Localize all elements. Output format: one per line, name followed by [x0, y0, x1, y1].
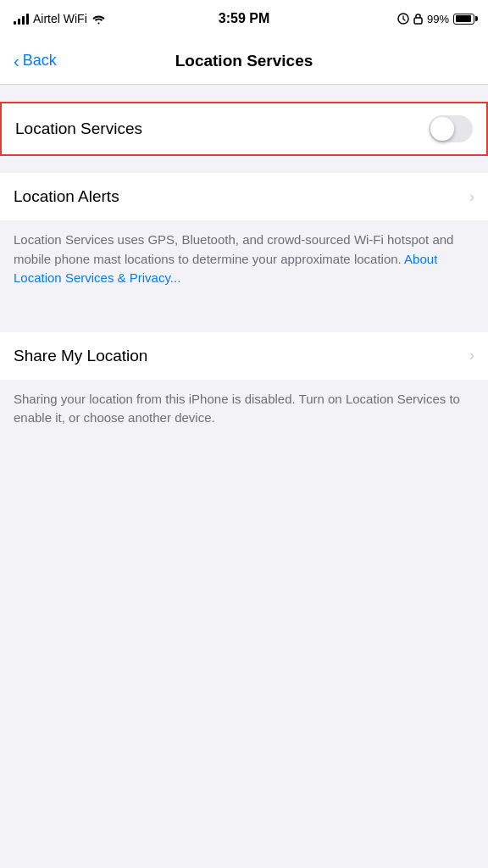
content: Location Services Location Alerts › Loca…	[0, 85, 488, 442]
battery-percent: 99%	[427, 13, 449, 25]
status-left: Airtel WiFi	[14, 12, 106, 25]
location-description-block: Location Services uses GPS, Bluetooth, a…	[0, 220, 488, 302]
location-alerts-chevron-icon: ›	[469, 188, 474, 206]
location-services-section: Location Services	[0, 102, 488, 156]
share-my-location-label: Share My Location	[14, 347, 147, 365]
wifi-icon	[92, 14, 106, 25]
status-right: 99%	[397, 13, 474, 25]
lock-icon	[413, 13, 423, 25]
clock-icon	[397, 13, 409, 25]
carrier-label: Airtel WiFi	[33, 12, 87, 25]
location-services-label: Location Services	[15, 120, 142, 138]
signal-bars	[14, 13, 29, 25]
toggle-knob	[430, 117, 454, 141]
location-description-text: Location Services uses GPS, Bluetooth, a…	[14, 232, 453, 266]
status-bar: Airtel WiFi 3:59 PM 99%	[0, 0, 488, 37]
section-separator-1	[0, 302, 488, 332]
share-description-block: Sharing your location from this iPhone i…	[0, 380, 488, 442]
back-chevron-icon: ‹	[14, 53, 19, 70]
location-services-row: Location Services	[2, 103, 486, 154]
location-alerts-row[interactable]: Location Alerts ›	[0, 173, 488, 220]
svg-rect-1	[414, 18, 422, 24]
share-location-section: Share My Location ›	[0, 332, 488, 380]
status-time: 3:59 PM	[219, 11, 269, 26]
nav-bar: ‹ Back Location Services	[0, 37, 488, 85]
back-label: Back	[23, 52, 57, 70]
nav-title: Location Services	[81, 52, 407, 70]
location-alerts-section: Location Alerts ›	[0, 173, 488, 220]
back-button[interactable]: ‹ Back	[14, 52, 81, 70]
share-my-location-row[interactable]: Share My Location ›	[0, 332, 488, 380]
battery-icon	[453, 14, 474, 25]
location-alerts-label: Location Alerts	[14, 187, 119, 206]
location-services-toggle[interactable]	[429, 115, 473, 142]
share-my-location-chevron-icon: ›	[469, 347, 474, 364]
share-description-text: Sharing your location from this iPhone i…	[14, 392, 460, 426]
